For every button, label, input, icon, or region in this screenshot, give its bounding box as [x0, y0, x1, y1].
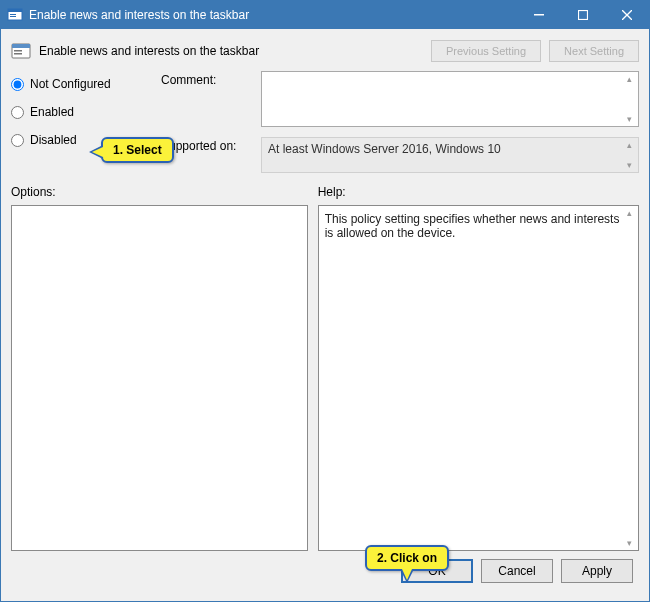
- svg-rect-9: [12, 44, 30, 48]
- help-panel: Help: This policy setting specifies whet…: [318, 185, 639, 551]
- svg-rect-3: [10, 16, 16, 17]
- radio-not-configured[interactable]: Not Configured: [11, 77, 151, 91]
- group-policy-icon: [11, 41, 31, 61]
- svg-rect-10: [14, 50, 22, 52]
- maximize-button[interactable]: [561, 1, 605, 29]
- title-bar: Enable news and interests on the taskbar: [1, 1, 649, 29]
- svg-rect-11: [14, 53, 22, 55]
- chevron-down-icon: ▾: [622, 160, 636, 170]
- radio-enabled[interactable]: Enabled: [11, 105, 151, 119]
- minimize-button[interactable]: [517, 1, 561, 29]
- next-setting-button[interactable]: Next Setting: [549, 40, 639, 62]
- cancel-button[interactable]: Cancel: [481, 559, 553, 583]
- radio-disabled-input[interactable]: [11, 134, 24, 147]
- dialog-window: Enable news and interests on the taskbar…: [0, 0, 650, 602]
- supported-label: Supported on:: [161, 137, 253, 173]
- svg-rect-1: [8, 9, 22, 12]
- fields-column: Comment: ▴▾ Supported on: At least Windo…: [161, 71, 639, 173]
- callout-text: 1. Select: [113, 143, 162, 157]
- supported-value: At least Windows Server 2016, Windows 10: [268, 142, 501, 156]
- chevron-up-icon: ▴: [622, 74, 636, 84]
- supported-row: Supported on: At least Windows Server 20…: [161, 137, 639, 173]
- help-box: This policy setting specifies whether ne…: [318, 205, 639, 551]
- radio-label: Disabled: [30, 133, 77, 147]
- policy-icon: [7, 7, 23, 23]
- previous-setting-button[interactable]: Previous Setting: [431, 40, 541, 62]
- scrollbar-stub: ▴▾: [622, 208, 636, 548]
- options-panel: Options:: [11, 185, 308, 551]
- comment-textarea[interactable]: ▴▾: [261, 71, 639, 127]
- policy-title: Enable news and interests on the taskbar: [39, 44, 423, 58]
- help-text: This policy setting specifies whether ne…: [325, 212, 620, 240]
- options-box: [11, 205, 308, 551]
- callout-click-on: 2. Click on: [365, 545, 449, 571]
- header-row: Enable news and interests on the taskbar…: [11, 37, 639, 65]
- chevron-up-icon: ▴: [622, 208, 636, 218]
- radio-not-configured-input[interactable]: [11, 78, 24, 91]
- window-title: Enable news and interests on the taskbar: [29, 8, 517, 22]
- chevron-up-icon: ▴: [622, 140, 636, 150]
- options-label: Options:: [11, 185, 308, 199]
- scrollbar-stub: ▴▾: [622, 74, 636, 124]
- supported-on-display: At least Windows Server 2016, Windows 10…: [261, 137, 639, 173]
- radio-label: Enabled: [30, 105, 74, 119]
- radio-enabled-input[interactable]: [11, 106, 24, 119]
- chevron-down-icon: ▾: [622, 114, 636, 124]
- apply-button[interactable]: Apply: [561, 559, 633, 583]
- svg-rect-5: [579, 11, 588, 20]
- callout-text: 2. Click on: [377, 551, 437, 565]
- chevron-down-icon: ▾: [622, 538, 636, 548]
- help-label: Help:: [318, 185, 639, 199]
- scrollbar-stub: ▴▾: [622, 140, 636, 170]
- comment-label: Comment:: [161, 71, 253, 127]
- lower-panels: Options: Help: This policy setting speci…: [11, 185, 639, 551]
- comment-row: Comment: ▴▾: [161, 71, 639, 127]
- svg-rect-2: [10, 14, 16, 15]
- close-button[interactable]: [605, 1, 649, 29]
- dialog-footer: OK Cancel Apply: [11, 551, 639, 591]
- callout-select: 1. Select: [101, 137, 174, 163]
- dialog-body: Enable news and interests on the taskbar…: [1, 29, 649, 601]
- radio-label: Not Configured: [30, 77, 111, 91]
- svg-rect-4: [534, 14, 544, 16]
